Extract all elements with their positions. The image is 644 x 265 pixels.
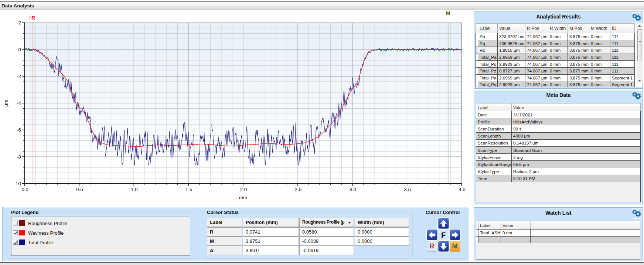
- svg-text:-10: -10: [14, 181, 21, 186]
- svg-text:-2: -2: [17, 74, 21, 79]
- svg-text:2: 2: [18, 20, 21, 26]
- svg-text:0.5: 0.5: [76, 187, 83, 192]
- svg-text:mm: mm: [239, 195, 247, 200]
- svg-text:1.5: 1.5: [185, 187, 192, 192]
- svg-text:0: 0: [18, 47, 21, 52]
- svg-text:-4: -4: [17, 101, 21, 106]
- svg-text:2.5: 2.5: [295, 187, 302, 192]
- svg-text:0.0: 0.0: [21, 187, 28, 192]
- svg-text:R: R: [31, 15, 35, 21]
- svg-text:1.0: 1.0: [131, 187, 138, 192]
- svg-text:-6: -6: [17, 127, 21, 133]
- svg-text:3.0: 3.0: [349, 187, 356, 192]
- svg-text:M: M: [446, 10, 450, 16]
- svg-text:-8: -8: [17, 154, 21, 160]
- svg-text:4.0: 4.0: [459, 187, 466, 192]
- svg-text:3.5: 3.5: [404, 187, 411, 192]
- svg-text:µm: µm: [3, 100, 9, 107]
- svg-text:2.0: 2.0: [240, 187, 247, 192]
